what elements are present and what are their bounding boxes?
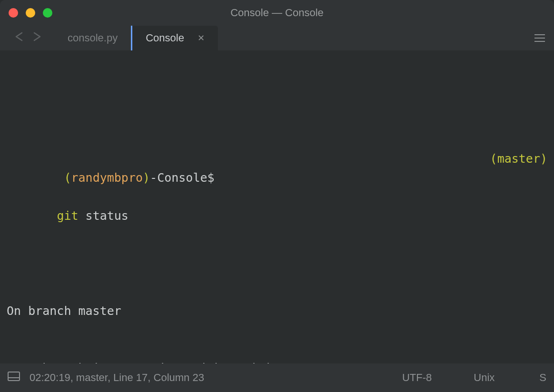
- status-encoding[interactable]: UTF-8: [386, 372, 448, 384]
- nav-back-button[interactable]: [13, 32, 26, 44]
- traffic-lights: [0, 8, 52, 18]
- prompt-path: Console: [157, 171, 207, 185]
- terminal-view[interactable]: (randymbpro)-Console$ git status (master…: [0, 50, 554, 363]
- svg-rect-0: [8, 372, 20, 381]
- tab-menu-button[interactable]: [525, 26, 554, 50]
- nav-forward-button[interactable]: [30, 32, 43, 44]
- panel-icon[interactable]: [8, 372, 20, 384]
- minimize-window-button[interactable]: [26, 8, 35, 18]
- cmd-git: git: [57, 209, 78, 223]
- prompt-line: (randymbpro)-Console$ git status (master…: [7, 130, 547, 245]
- tabbar-spacer: [218, 26, 525, 50]
- tab-label: console.py: [68, 32, 118, 44]
- close-window-button[interactable]: [9, 8, 18, 18]
- tab-console[interactable]: Console ✕: [131, 26, 218, 50]
- status-line-ending[interactable]: Unix: [457, 372, 511, 384]
- terminal-output-line: On branch master: [7, 302, 547, 321]
- prompt-host: randymbpro: [71, 171, 143, 185]
- tab-console-py[interactable]: console.py: [54, 26, 131, 50]
- tab-bar: console.py Console ✕: [0, 26, 554, 50]
- nav-arrows: [0, 26, 54, 50]
- tab-label: Console: [146, 32, 184, 44]
- status-bar: 02:20:19, master, Line 17, Column 23 UTF…: [0, 363, 554, 392]
- prompt-symbol: $: [207, 171, 214, 185]
- close-tab-icon[interactable]: ✕: [198, 33, 205, 43]
- branch-indicator: (master): [447, 130, 547, 245]
- window-titlebar: Console — Console: [0, 0, 554, 26]
- terminal-output-line: Your branch is up to date with 'origin/m…: [7, 359, 547, 363]
- cmd-git-args: status: [79, 209, 129, 223]
- status-position[interactable]: 02:20:19, master, Line 17, Column 23: [30, 372, 204, 384]
- zoom-window-button[interactable]: [43, 8, 52, 18]
- window-title: Console — Console: [0, 7, 554, 19]
- status-syntax[interactable]: S: [520, 372, 546, 384]
